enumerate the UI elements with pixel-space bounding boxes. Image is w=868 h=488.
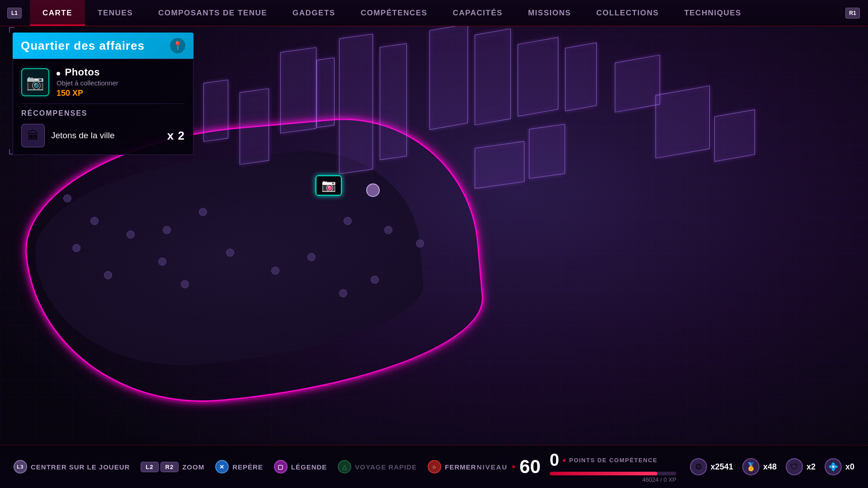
building [714,109,755,162]
collectible-name-row: Photos [57,66,118,78]
nav-item-missions[interactable]: MISSIONS [515,0,584,26]
tree-dot [158,258,166,266]
collectible-info: Photos Objet à collectionner 150 XP [57,66,118,98]
voyage-label: VOYAGE RAPIDE [355,463,417,471]
collectible-name: Photos [65,66,100,78]
tree-dot [72,244,80,252]
center-on-player-control[interactable]: L3 CENTRER SUR LE JOUEUR [14,460,130,474]
fermer-control[interactable]: ○ FERMER [428,460,476,474]
nav-item-capacites[interactable]: CAPACITÉS [440,0,515,26]
panel-frame-corner-tl [9,27,14,33]
xp-bar-container [550,472,676,475]
fermer-label: FERMER [445,463,476,471]
level-label: NIVEAU [476,463,508,471]
currency-icon-0: ⚙ [690,458,707,475]
tree-dot [371,276,379,284]
tree-dot [416,239,424,248]
building [475,28,511,125]
nav-item-composants[interactable]: COMPOSANTS DE TENUE [146,0,280,26]
tree-dot [271,267,279,275]
info-panel: Quartier des affaires 📍 📷 Photos Objet à… [13,33,193,155]
level-value: 60 [519,457,541,476]
building [565,42,597,111]
player-marker [366,183,380,197]
panel-header: Quartier des affaires 📍 [13,33,193,59]
level-row: NIVEAU 60 [476,457,540,476]
tree-dot [127,230,135,239]
currency-icon-1: 🏅 [742,458,760,475]
zoom-control[interactable]: L2 R2 ZOOM [141,462,204,472]
collectible-camera-icon: 📷 [21,68,49,96]
building [475,141,524,188]
repere-control[interactable]: ✕ REPÈRE [215,460,263,474]
reward-row: 🏛 Jetons de la ville x 2 [21,124,185,147]
nav-item-gadgets[interactable]: GADGETS [280,0,348,26]
tree-dot [199,208,207,216]
circle-button[interactable]: ○ [428,460,441,474]
legende-label: LÉGENDE [291,463,327,471]
l3-button[interactable]: L3 [14,460,27,474]
r2-button[interactable]: R2 [160,462,179,472]
collectible-marker[interactable] [316,175,342,196]
currency-count-0: x2541 [711,462,733,472]
rewards-section: RÉCOMPENSES 🏛 Jetons de la ville x 2 [21,109,185,147]
bottom-controls: L3 CENTRER SUR LE JOUEUR L2 R2 ZOOM ✕ RE… [14,460,476,474]
nav-controller-left-btn: L1 [0,0,30,26]
points-value: 0 [550,450,559,470]
bottom-bar: L3 CENTRER SUR LE JOUEUR L2 R2 ZOOM ✕ RE… [0,445,868,488]
district-name: Quartier des affaires [21,39,145,53]
reward-count: x 2 [167,129,185,143]
voyage-rapide-control[interactable]: △ VOYAGE RAPIDE [338,460,417,474]
currency-count-1: x48 [763,462,777,472]
rewards-title: RÉCOMPENSES [21,109,185,117]
currency-item-3: 💠 x0 [825,458,854,475]
bullet-dot [57,72,60,75]
triangle-button[interactable]: △ [338,460,351,474]
nav-item-techniques[interactable]: TECHNIQUES [671,0,754,26]
building [339,34,373,174]
square-button[interactable]: ▢ [274,460,288,474]
building [380,43,407,160]
tree-dot [344,217,352,225]
building [529,124,565,178]
tree-dot [63,194,71,202]
building [203,80,228,142]
right-stats: NIVEAU 60 0 POINTS DE COMPÉTENCE 46024 /… [476,450,854,483]
nav-item-tenues[interactable]: TENUES [85,0,146,26]
zoom-label: ZOOM [182,463,204,471]
city-token-icon: 🏛 [21,124,45,147]
reward-name: Jetons de la ville [51,131,161,141]
x-button[interactable]: ✕ [215,460,229,474]
level-separator-dot [512,465,515,468]
nav-item-carte[interactable]: CARTE [30,0,85,26]
building [518,37,558,117]
currency-item-0: ⚙ x2541 [690,458,733,475]
legende-control[interactable]: ▢ LÉGENDE [274,460,327,474]
xp-bar-fill [550,472,657,475]
currency-item-1: 🏅 x48 [742,458,777,475]
currency-count-2: x2 [807,462,816,472]
l1-button[interactable]: L1 [7,8,22,19]
nav-item-collections[interactable]: COLLECTIONS [584,0,671,26]
tree-dot [90,217,99,225]
l2-button[interactable]: L2 [141,462,158,472]
building [316,57,335,128]
points-separator-dot [563,459,566,462]
panel-divider [21,103,185,104]
nav-controller-right-btn: R1 [838,0,868,26]
repere-label: REPÈRE [232,463,263,471]
building [656,85,710,158]
nav-item-competences[interactable]: COMPÉTENCES [348,0,440,26]
points-row: 0 POINTS DE COMPÉTENCE [550,450,676,470]
xp-text: 46024 / 0 XP [550,476,676,483]
top-navigation: L1 CARTE TENUES COMPOSANTS DE TENUE GADG… [0,0,868,26]
collectible-type: Objet à collectionner [57,79,118,87]
currency-item-2: 🛡 x2 [786,458,816,475]
tree-dot [339,289,347,297]
location-pin-icon: 📍 [170,38,185,53]
l2r2-buttons: L2 R2 [141,462,179,472]
r1-button[interactable]: R1 [845,8,860,19]
collectible-xp: 150 XP [57,89,118,98]
currency-items: ⚙ x2541 🏅 x48 🛡 x2 💠 x0 [690,458,854,475]
tree-dot [181,280,189,288]
